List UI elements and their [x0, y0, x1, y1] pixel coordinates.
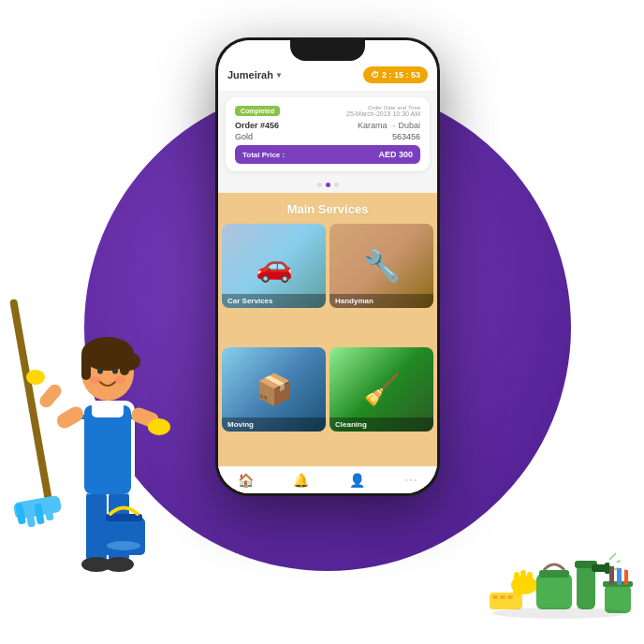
cleaning-supplies-figure [485, 518, 635, 630]
svg-point-19 [148, 418, 170, 435]
status-badge: Completed [235, 106, 280, 116]
cleaning-service-label: Cleaning [329, 417, 433, 432]
dropdown-arrow-icon: ▼ [275, 71, 283, 80]
more-nav-icon[interactable]: ⋯ [404, 473, 417, 488]
svg-rect-42 [536, 574, 572, 609]
svg-rect-54 [609, 561, 617, 566]
countdown-timer: ⏱ 2 : 15 : 53 [363, 66, 428, 83]
handyman-icon: 🔧 [363, 248, 401, 284]
order-type-row: Gold 563456 [235, 132, 420, 141]
service-item-handyman[interactable]: 🔧 Handyman [329, 224, 433, 308]
order-datetime: Order Date and Time 25-March-2019 10:30 … [346, 105, 420, 117]
timer-value: 2 : 15 : 53 [382, 70, 420, 80]
svg-point-28 [114, 376, 125, 384]
moving-icon: 📦 [256, 372, 293, 407]
services-section: Main Services 🚗 Car Services 🔧 Handyman [218, 193, 437, 493]
svg-rect-33 [492, 595, 498, 599]
svg-rect-39 [514, 572, 520, 581]
service-item-moving[interactable]: 📦 Moving [222, 347, 326, 432]
order-status-row: Completed Order Date and Time 25-March-2… [235, 105, 420, 117]
user-nav-icon[interactable]: 👤 [349, 473, 365, 488]
svg-point-24 [118, 352, 140, 371]
total-price-bar: Total Price : AED 300 [235, 145, 420, 164]
svg-rect-22 [81, 352, 91, 380]
order-type: Gold [235, 132, 253, 141]
car-icon: 🚗 [256, 248, 293, 284]
route-arrow-icon: → [388, 122, 396, 130]
svg-rect-35 [507, 595, 513, 599]
svg-rect-58 [624, 564, 630, 570]
svg-rect-56 [617, 563, 623, 568]
services-grid: 🚗 Car Services 🔧 Handyman [218, 224, 437, 466]
total-value: AED 300 [378, 150, 413, 159]
phone-mockup: Jumeirah ▼ Next Order: ⏱ 2 : 15 : 53 C [215, 37, 440, 496]
order-number: Order #456 [235, 121, 279, 130]
location-text: Jumeirah [227, 69, 273, 80]
service-item-cleaning[interactable]: 🧹 Cleaning [329, 347, 433, 432]
svg-point-17 [26, 370, 45, 385]
date-value: 25-March-2019 10:30 AM [346, 110, 420, 117]
dot-3 [334, 183, 339, 187]
svg-point-25 [97, 368, 103, 374]
svg-rect-34 [500, 595, 505, 599]
home-nav-icon[interactable]: 🏠 [238, 473, 254, 488]
phone-notch [290, 40, 365, 61]
svg-point-27 [90, 376, 101, 384]
svg-point-26 [112, 368, 118, 374]
svg-rect-16 [37, 382, 65, 410]
svg-rect-11 [84, 405, 131, 494]
order-id: 563456 [392, 132, 420, 141]
cleaning-icon: 🧹 [363, 372, 401, 407]
order-number-row: Order #456 Karama → Dubai [235, 121, 420, 130]
page-dots [218, 177, 437, 193]
svg-rect-14 [92, 401, 124, 417]
order-route: Karama → Dubai [358, 121, 420, 130]
services-title: Main Services [218, 193, 437, 224]
bottom-nav: 🏠 🔔 👤 ⋯ [218, 466, 437, 493]
service-item-car[interactable]: 🚗 Car Services [222, 224, 326, 308]
dot-2-active [326, 183, 330, 187]
svg-point-31 [107, 541, 140, 550]
svg-rect-53 [609, 564, 614, 585]
svg-rect-40 [520, 570, 526, 581]
svg-rect-41 [527, 572, 533, 581]
svg-point-9 [104, 557, 134, 572]
bell-nav-icon[interactable]: 🔔 [293, 473, 309, 488]
handyman-service-label: Handyman [329, 294, 433, 308]
svg-rect-55 [617, 566, 622, 585]
order-card[interactable]: Completed Order Date and Time 25-March-2… [226, 97, 430, 171]
svg-rect-51 [605, 585, 631, 613]
phone-frame: Jumeirah ▼ Next Order: ⏱ 2 : 15 : 53 C [215, 37, 440, 496]
dot-1 [317, 183, 322, 187]
phone-screen: Jumeirah ▼ Next Order: ⏱ 2 : 15 : 53 C [218, 40, 437, 493]
total-label: Total Price : [242, 151, 285, 159]
car-service-label: Car Services [222, 294, 326, 308]
svg-line-48 [609, 553, 616, 560]
moving-service-label: Moving [222, 417, 326, 432]
svg-rect-43 [539, 570, 569, 578]
clock-icon: ⏱ [371, 70, 379, 80]
next-order-label: Next Order: [399, 59, 428, 65]
svg-point-59 [492, 607, 627, 619]
location-selector[interactable]: Jumeirah ▼ [227, 69, 283, 80]
app-content: Jumeirah ▼ Next Order: ⏱ 2 : 15 : 53 C [218, 40, 437, 493]
cleaning-woman-figure [9, 242, 187, 588]
timer-section: Next Order: ⏱ 2 : 15 : 53 [363, 66, 428, 83]
svg-rect-57 [624, 568, 628, 585]
